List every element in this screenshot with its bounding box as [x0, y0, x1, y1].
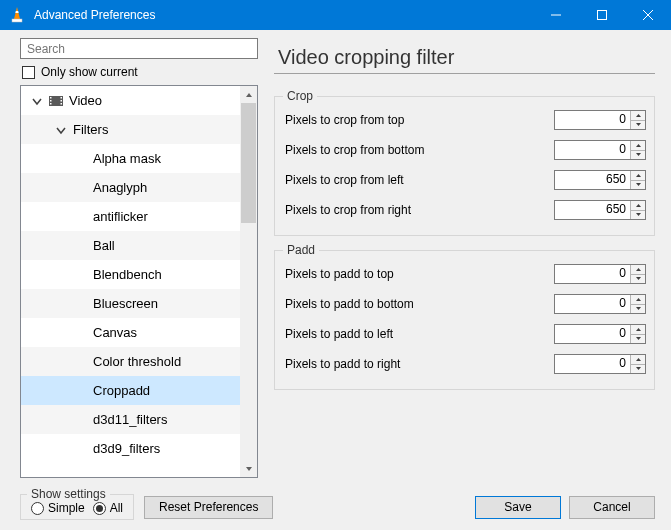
preferences-tree: VideoFiltersAlpha maskAnaglyphantiflicke… [20, 85, 258, 478]
number-input[interactable]: 0 [554, 140, 646, 160]
step-up-button[interactable] [631, 355, 645, 364]
step-up-button[interactable] [631, 201, 645, 210]
checkbox-icon [22, 66, 35, 79]
svg-rect-6 [50, 97, 52, 99]
number-value: 0 [555, 111, 630, 129]
tree-label: Alpha mask [93, 151, 161, 166]
number-input[interactable]: 0 [554, 354, 646, 374]
step-up-button[interactable] [631, 325, 645, 334]
svg-rect-8 [50, 103, 52, 105]
radio-label: Simple [48, 501, 85, 515]
field-row: Pixels to crop from top 0 [285, 107, 646, 133]
radio-simple[interactable]: Simple [31, 501, 85, 515]
reset-button[interactable]: Reset Preferences [144, 496, 273, 519]
tree-label: Color threshold [93, 354, 181, 369]
field-label: Pixels to padd to right [285, 357, 554, 371]
tree-item-video[interactable]: Video [21, 86, 240, 115]
field-row: Pixels to crop from right 650 [285, 197, 646, 223]
close-button[interactable] [625, 0, 671, 30]
tree-label: Blendbench [93, 267, 162, 282]
tree-item[interactable]: d3d9_filters [21, 434, 240, 463]
svg-rect-11 [61, 103, 63, 105]
step-down-button[interactable] [631, 210, 645, 220]
search-input[interactable] [20, 38, 258, 59]
tree-item[interactable]: Color threshold [21, 347, 240, 376]
tree-item[interactable]: Blendbench [21, 260, 240, 289]
scroll-up-button[interactable] [240, 86, 257, 103]
tree-label: Ball [93, 238, 115, 253]
step-down-button[interactable] [631, 180, 645, 190]
cancel-button[interactable]: Cancel [569, 496, 655, 519]
title-separator [274, 73, 655, 74]
tree-label: Canvas [93, 325, 137, 340]
number-value: 650 [555, 201, 630, 219]
step-up-button[interactable] [631, 171, 645, 180]
tree-item[interactable]: Alpha mask [21, 144, 240, 173]
tree-item-filters[interactable]: Filters [21, 115, 240, 144]
tree-label: Anaglyph [93, 180, 147, 195]
step-down-button[interactable] [631, 274, 645, 284]
step-down-button[interactable] [631, 150, 645, 160]
svg-rect-10 [61, 100, 63, 102]
tree-label: d3d9_filters [93, 441, 160, 456]
step-up-button[interactable] [631, 265, 645, 274]
number-input[interactable]: 0 [554, 110, 646, 130]
step-down-button[interactable] [631, 120, 645, 130]
save-button[interactable]: Save [475, 496, 561, 519]
tree-item[interactable]: Canvas [21, 318, 240, 347]
checkbox-label: Only show current [41, 65, 138, 79]
app-icon [8, 6, 26, 24]
field-label: Pixels to padd to bottom [285, 297, 554, 311]
scroll-thumb[interactable] [241, 103, 256, 223]
group-crop: Crop Pixels to crop from top 0 Pixels to… [274, 96, 655, 236]
svg-rect-2 [598, 11, 607, 20]
page-title: Video cropping filter [278, 46, 655, 69]
tree-item[interactable]: Ball [21, 231, 240, 260]
footer: Show settings Simple All Reset Preferenc… [0, 484, 671, 530]
window-title: Advanced Preferences [34, 8, 533, 22]
step-down-button[interactable] [631, 364, 645, 374]
group-label: Crop [283, 89, 317, 103]
content: Only show current VideoFiltersAlpha mask… [0, 30, 671, 484]
tree-label: Croppadd [93, 383, 150, 398]
tree-item[interactable]: antiflicker [21, 202, 240, 231]
number-input[interactable]: 0 [554, 324, 646, 344]
number-value: 0 [555, 355, 630, 373]
scroll-down-button[interactable] [240, 460, 257, 477]
tree-label: Video [69, 93, 102, 108]
tree-label: Bluescreen [93, 296, 158, 311]
maximize-button[interactable] [579, 0, 625, 30]
number-input[interactable]: 650 [554, 170, 646, 190]
step-up-button[interactable] [631, 111, 645, 120]
field-row: Pixels to crop from left 650 [285, 167, 646, 193]
tree-scrollbar[interactable] [240, 86, 257, 477]
tree-item[interactable]: Bluescreen [21, 289, 240, 318]
radio-icon [93, 502, 106, 515]
number-input[interactable]: 0 [554, 294, 646, 314]
field-row: Pixels to padd to bottom 0 [285, 291, 646, 317]
number-value: 0 [555, 265, 630, 283]
step-down-button[interactable] [631, 304, 645, 314]
number-value: 0 [555, 141, 630, 159]
field-label: Pixels to crop from bottom [285, 143, 554, 157]
step-down-button[interactable] [631, 334, 645, 344]
tree-item[interactable]: d3d11_filters [21, 405, 240, 434]
field-label: Pixels to crop from top [285, 113, 554, 127]
step-up-button[interactable] [631, 295, 645, 304]
only-show-current-checkbox[interactable]: Only show current [22, 65, 258, 79]
show-settings-group: Show settings Simple All [20, 494, 134, 520]
field-label: Pixels to crop from left [285, 173, 554, 187]
radio-all[interactable]: All [93, 501, 123, 515]
step-up-button[interactable] [631, 141, 645, 150]
tree-label: Filters [73, 122, 108, 137]
scroll-track[interactable] [240, 103, 257, 460]
group-padd: Padd Pixels to padd to top 0 Pixels to p… [274, 250, 655, 390]
number-input[interactable]: 0 [554, 264, 646, 284]
tree-item[interactable]: Anaglyph [21, 173, 240, 202]
minimize-button[interactable] [533, 0, 579, 30]
number-input[interactable]: 650 [554, 200, 646, 220]
radio-icon [31, 502, 44, 515]
svg-rect-0 [12, 19, 22, 22]
field-label: Pixels to crop from right [285, 203, 554, 217]
tree-item[interactable]: Croppadd [21, 376, 240, 405]
